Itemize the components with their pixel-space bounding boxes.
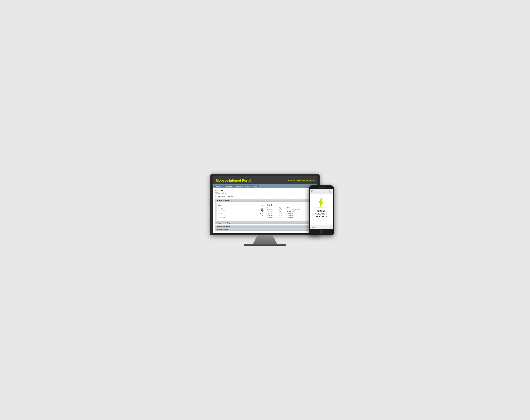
status-section-label: ▼ Status & Historie: [219, 200, 231, 201]
monitor: Mobeye Internet Portal Security. Anywher…: [210, 174, 320, 246]
portal-title: Mobeye Internet Portal: [216, 179, 251, 183]
device-select-wrapper: CM4100 - Mobeye kantoor: [215, 195, 315, 198]
nav-btn-toevoegen[interactable]: Toevoegen: [243, 185, 252, 187]
status-row-sync: Gesynchroniseerd Ja: [218, 215, 263, 217]
status-historie-content: Status SW versie 1.21: [216, 202, 314, 221]
phone-home-button[interactable]: [320, 230, 323, 234]
alarm-section[interactable]: ▼ Alarmdoormelding: [215, 225, 315, 228]
table-row: 21-3-202111:15Keep-alive: [267, 217, 312, 218]
table-row: 2-4-202112:56Machinestoring: [267, 211, 312, 213]
cell-melding: Uitval voedingsspanning: [286, 209, 312, 211]
cell-melding: Keep-alive: [286, 215, 312, 217]
phone-screen: ° UITVAL: [310, 189, 333, 229]
status-section: ▼ ▼ Status & Historie Status: [215, 199, 315, 221]
scene: Mobeye Internet Portal Security. Anywher…: [198, 174, 332, 246]
cell-tijd: 11:15: [279, 213, 286, 215]
phone: ° UITVAL: [309, 185, 334, 235]
alert-line-1: UITVAL: [315, 210, 328, 213]
svg-point-9: [330, 191, 331, 191]
status-row-battery: Batterij status: [218, 209, 263, 211]
cell-datum: 2-4-2021: [267, 211, 279, 213]
apparaat-section[interactable]: ▼ Apparaatinstellingen: [215, 221, 315, 224]
bericht-section-header: ▼ Berichtteksten: [216, 228, 314, 231]
historie-table: Datum Tijd Melding 4-4-202111:03Uitval v…: [267, 207, 312, 218]
nav-btn-account[interactable]: Account: [234, 185, 242, 187]
device-info: CM4100 Mobeye kantoor: [215, 190, 226, 194]
cell-melding: Machinestoring: [286, 211, 312, 213]
cell-melding: Keep-alive: [286, 213, 312, 215]
status-box: Status SW versie 1.21: [217, 203, 265, 220]
alert-line-3: SPANNING: [315, 215, 328, 218]
cell-tijd: 11:15: [279, 217, 286, 218]
cell-tijd: 11:03: [279, 209, 286, 211]
col-melding: Melding: [286, 207, 312, 209]
monitor-stand: [253, 235, 277, 244]
alert-line-2: VOEDINGS-: [315, 213, 328, 215]
device-model: CM4100: [215, 190, 226, 192]
monitor-screen: Mobeye Internet Portal Security. Anywher…: [213, 176, 317, 234]
apparaat-section-header: ▼ Apparaatinstellingen: [216, 221, 314, 224]
location-icon: [262, 204, 263, 206]
cell-datum: 21-3-2021: [267, 217, 279, 218]
phone-refresh-button[interactable]: [311, 190, 313, 193]
table-row: 4-4-202111:03Uitval voedingsspanning: [267, 209, 312, 211]
red-line-1: [317, 207, 326, 207]
portal-content: CM4100 Mobeye kantoor « CM4100 - Mobeye …: [213, 188, 317, 233]
section-arrow-status: ▼: [217, 200, 218, 201]
portal-header: Mobeye Internet Portal Security. Anywher…: [213, 176, 317, 184]
red-line-2: [317, 207, 326, 207]
device-select[interactable]: CM4100 - Mobeye kantoor: [215, 195, 242, 198]
col-datum: Datum: [267, 207, 279, 209]
nav-btn-contacten[interactable]: Contacten: [224, 185, 234, 187]
status-section-header: ▼ ▼ Status & Historie: [216, 199, 314, 202]
red-lines: [317, 207, 326, 208]
monitor-base: [244, 244, 286, 246]
cell-tijd: 12:56: [279, 211, 286, 213]
phone-body: ° UITVAL: [309, 185, 334, 235]
nav-bar: Dashboard Contacten Account Toevoegen He…: [213, 184, 317, 188]
historie-box-title: Historie: [267, 204, 312, 206]
table-row: 28-3-202111:15Keep-alive: [267, 215, 312, 217]
cell-datum: 4-4-2021: [267, 209, 279, 211]
status-row-gsm: GSM Status -77 dB: [218, 213, 263, 215]
cell-tijd: 11:15: [279, 215, 286, 217]
cell-datum: 28-3-2021: [267, 215, 279, 217]
alarm-section-header: ▼ Alarmdoormelding: [216, 225, 314, 228]
status-row-external: Externe spanning Uit: [218, 211, 263, 213]
phone-screen-main: UITVAL VOEDINGS- SPANNING: [310, 194, 333, 225]
status-box-title: Status: [218, 204, 263, 206]
section-label-alarm: ▼ Alarmdoormelding: [217, 226, 230, 227]
phone-screen-footer: mobeye°: [310, 225, 333, 229]
historie-box: Historie Datum Tijd: [265, 203, 313, 220]
wifi-icon: [329, 226, 332, 228]
status-row-comm: Communicatie ✓: [218, 217, 263, 219]
device-name: Mobeye kantoor: [215, 192, 226, 194]
cell-melding: Keep-alive: [286, 217, 312, 218]
phone-settings-button[interactable]: °: [329, 190, 332, 193]
alert-icon-container: [317, 197, 326, 208]
phone-speaker: [318, 187, 324, 188]
nav-btn-help[interactable]: Help: [253, 185, 259, 187]
svg-marker-10: [318, 198, 324, 208]
alert-text: UITVAL VOEDINGS- SPANNING: [315, 210, 328, 218]
device-header: CM4100 Mobeye kantoor «: [215, 190, 315, 194]
section-label-apparaat: ▼ Apparaatinstellingen: [217, 222, 232, 224]
cell-datum: 2-4-2021: [267, 213, 279, 215]
checkmark: ✓: [262, 217, 263, 218]
portal-tagline: Security. Anywhere, Anytime.: [287, 179, 314, 182]
bericht-section[interactable]: ▼ Berichtteksten: [215, 228, 315, 231]
mobeye-logo: mobeye°: [311, 226, 316, 228]
phone-screen-top: °: [310, 189, 333, 194]
section-label-bericht: ▼ Berichtteksten: [217, 229, 228, 230]
col-tijd: Tijd: [279, 207, 286, 209]
table-row: 2-4-202111:15Keep-alive: [267, 213, 312, 215]
nav-btn-dashboard[interactable]: Dashboard: [214, 185, 224, 187]
status-row-sw: SW versie 1.21: [218, 207, 263, 209]
monitor-body: Mobeye Internet Portal Security. Anywher…: [210, 174, 320, 235]
battery-icon: [261, 209, 263, 211]
